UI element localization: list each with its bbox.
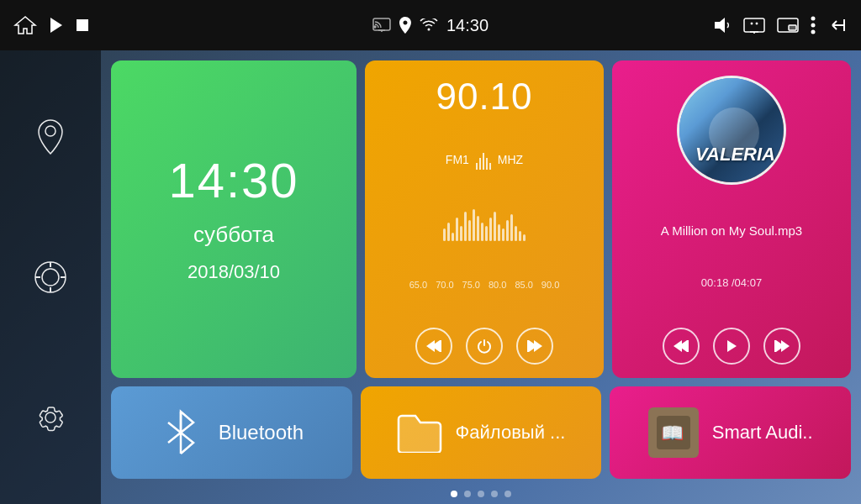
radio-prev-button[interactable]	[415, 328, 452, 365]
radio-next-button[interactable]	[516, 328, 553, 365]
radio-unit: MHZ	[498, 153, 523, 166]
gps-icon[interactable]	[399, 17, 411, 34]
sidebar-item-tune[interactable]	[29, 256, 71, 298]
svg-rect-26	[440, 340, 441, 352]
music-card[interactable]: VALERIA A Million on My Soul.mp3 00:18 /…	[612, 60, 851, 378]
svg-marker-35	[781, 340, 790, 352]
radio-meta: FM1 MHZ	[446, 150, 523, 170]
radio-controls	[415, 328, 553, 365]
home-icon[interactable]	[13, 15, 37, 35]
status-bar-right	[713, 16, 848, 34]
bluetooth-label: Bluetooth	[219, 421, 304, 444]
music-next-button[interactable]	[763, 328, 800, 365]
status-bar-left	[13, 15, 89, 35]
svg-point-3	[374, 26, 376, 28]
sidebar	[0, 50, 101, 504]
cast-icon[interactable]	[372, 18, 391, 33]
page-dot-3[interactable]	[478, 491, 484, 497]
clock-day: суббота	[193, 222, 274, 248]
pip-icon[interactable]	[777, 18, 799, 33]
svg-text:📖: 📖	[661, 422, 684, 444]
svg-rect-1	[77, 19, 88, 31]
svg-point-16	[811, 24, 816, 28]
svg-rect-36	[774, 340, 776, 352]
clock-date: 2018/03/10	[188, 261, 280, 283]
smart-audio-card[interactable]: 📖 Smart Audi..	[610, 386, 851, 479]
page-dot-4[interactable]	[491, 491, 498, 497]
stop-icon[interactable]	[76, 18, 89, 32]
music-play-button[interactable]	[713, 328, 750, 365]
files-label: Файловый ...	[456, 422, 566, 444]
files-card[interactable]: Файловый ...	[361, 386, 602, 479]
back-icon[interactable]	[827, 17, 848, 34]
smart-audio-label: Smart Audi..	[712, 422, 813, 444]
play-icon[interactable]	[49, 17, 64, 34]
main-container: 14:30 суббота 2018/03/10 90.10 FM1 MHZ	[0, 50, 861, 504]
sidebar-item-settings[interactable]	[29, 396, 71, 438]
more-menu-icon[interactable]	[811, 16, 816, 34]
music-time: 00:18 /04:07	[701, 276, 762, 289]
svg-marker-5	[715, 18, 725, 33]
svg-rect-6	[744, 18, 764, 32]
sidebar-item-location[interactable]	[29, 116, 71, 158]
bottom-cards-row: Bluetooth Файловый ... 📖	[111, 386, 851, 479]
page-dot-1[interactable]	[451, 491, 457, 497]
svg-marker-0	[50, 18, 62, 33]
svg-point-4	[427, 29, 430, 31]
content-area: 14:30 суббота 2018/03/10 90.10 FM1 MHZ	[101, 50, 861, 504]
smart-audio-thumbnail: 📖	[648, 407, 699, 458]
status-bar-center: 14:30	[372, 16, 489, 35]
wifi-icon	[420, 18, 438, 32]
svg-point-17	[811, 30, 816, 34]
page-dot-2[interactable]	[464, 491, 471, 497]
music-album-art: VALERIA	[677, 76, 786, 185]
radio-waveform-icon	[476, 150, 491, 170]
music-prev-button[interactable]	[663, 328, 700, 365]
svg-rect-14	[789, 25, 796, 30]
svg-marker-31	[673, 340, 682, 352]
radio-frequency: 90.10	[436, 76, 532, 118]
svg-rect-29	[527, 340, 529, 352]
radio-card[interactable]: 90.10 FM1 MHZ	[365, 60, 604, 378]
status-time: 14:30	[446, 16, 489, 35]
radio-waveform	[378, 207, 590, 241]
clock-time: 14:30	[168, 156, 298, 205]
svg-marker-33	[727, 340, 737, 352]
svg-marker-28	[534, 340, 542, 352]
top-cards-row: 14:30 суббота 2018/03/10 90.10 FM1 MHZ	[111, 60, 851, 378]
bluetooth-card[interactable]: Bluetooth	[111, 386, 352, 479]
svg-point-19	[42, 269, 59, 286]
status-bar: 14:30	[0, 0, 861, 50]
volume-icon[interactable]	[713, 17, 732, 34]
radio-band: FM1	[446, 153, 469, 166]
radio-scale: 65.070.075.080.085.090.0	[378, 280, 590, 290]
page-dot-5[interactable]	[504, 491, 511, 497]
radio-power-button[interactable]	[466, 328, 503, 365]
clock-card[interactable]: 14:30 суббота 2018/03/10	[111, 60, 357, 378]
page-dots	[451, 491, 511, 497]
music-controls	[663, 328, 800, 365]
bluetooth-icon	[160, 407, 202, 458]
svg-rect-32	[687, 340, 689, 352]
svg-point-15	[811, 17, 816, 21]
screen-icon[interactable]	[743, 17, 765, 34]
music-title: A Million on My Soul.mp3	[661, 223, 802, 238]
svg-marker-25	[426, 340, 435, 352]
files-icon	[397, 412, 442, 453]
